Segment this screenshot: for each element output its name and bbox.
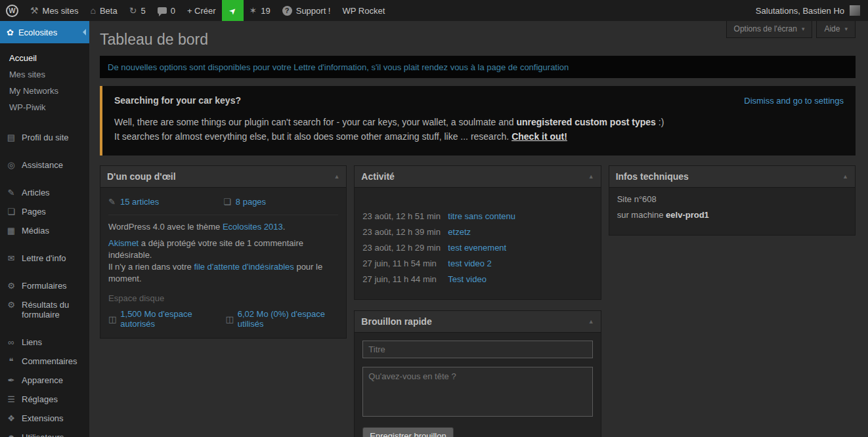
sidebar-item-mes-sites[interactable]: Mes sites <box>0 66 89 83</box>
activity-post-link[interactable]: etzetz <box>448 227 471 237</box>
sidebar-item-accueil[interactable]: Accueil <box>0 50 89 66</box>
sidebar-item-commentaires[interactable]: ❝ Commentaires <box>0 352 89 371</box>
at-a-glance-widget: D'un coup d'œil ▲ ✎ 15 articles ❏ 8 page… <box>100 165 347 339</box>
updates-count: 5 <box>141 6 145 16</box>
sidebar-item-extensions[interactable]: ❖ Extensions <box>0 409 89 428</box>
sidebar-item-wp-piwik[interactable]: WP-Piwik <box>0 99 89 115</box>
wp-rocket-quick-menu[interactable]: ➤ <box>222 0 244 21</box>
widgets-column-3: Infos techniques ▲ Site n°608 sur machin… <box>609 165 856 236</box>
comments-menu[interactable]: 0 <box>152 0 181 21</box>
sidebar-item-utilisateurs[interactable]: ☻ Utilisateurs <box>0 428 89 437</box>
wp-logo-menu[interactable]: W <box>0 0 24 21</box>
comments-count: 0 <box>171 6 175 16</box>
help-button[interactable]: Aide ▾ <box>816 21 856 38</box>
updates-menu[interactable]: ↻ 5 <box>123 0 152 21</box>
tech-info-header[interactable]: Infos techniques ▲ <box>609 166 855 188</box>
comments-icon: ❝ <box>6 356 16 366</box>
activity-header[interactable]: Activité ▲ <box>355 166 600 188</box>
screen-options-button[interactable]: Options de l'écran ▾ <box>726 21 813 38</box>
site-beta-menu[interactable]: ⌂ Beta <box>84 0 123 21</box>
activity-post-link[interactable]: test evenement <box>448 243 506 253</box>
activity-post-link[interactable]: Test video <box>448 274 487 284</box>
activity-widget: Activité ▲ 23 août, 12 h 51 min titre sa… <box>354 165 601 300</box>
save-draft-button[interactable]: Enregistrer brouillon <box>362 427 453 437</box>
collapse-arrow-icon <box>79 29 86 35</box>
wrench-icon: ⚒ <box>30 6 39 15</box>
screen-meta-buttons: Options de l'écran ▾ Aide ▾ <box>726 21 856 38</box>
disk-used-link[interactable]: 6,02 Mo (0%) d'espace utilisés <box>238 309 339 329</box>
sidebar-item-resultats-formulaire[interactable]: ⚙ Résultats du formulaire <box>0 295 89 324</box>
links-icon: ∞ <box>6 337 16 347</box>
sidebar-item-pages[interactable]: ❏ Pages <box>0 202 89 221</box>
site-switcher[interactable]: ✿ Ecolosites <box>0 21 89 43</box>
burst-count-menu[interactable]: ✶ 19 <box>244 0 276 21</box>
newsletter-notice-link[interactable]: De nouvelles options sont disponibles po… <box>108 62 569 72</box>
sidebar-item-assistance[interactable]: ◎ Assistance <box>0 156 89 175</box>
sidebar-item-liens[interactable]: ∞ Liens <box>0 333 89 352</box>
activity-post-link[interactable]: test video 2 <box>448 259 492 268</box>
my-sites-menu[interactable]: ⚒ Mes sites <box>24 0 84 21</box>
support-menu[interactable]: ? Support ! <box>276 0 337 21</box>
dashboard-submenu: Accueil Mes sites My Networks WP-Piwik <box>0 43 89 119</box>
sidebar-item-medias[interactable]: ▦ Médias <box>0 221 89 240</box>
appearance-icon: ✒ <box>6 375 16 385</box>
tech-info-widget: Infos techniques ▲ Site n°608 sur machin… <box>609 165 856 236</box>
settings-icon: ☰ <box>6 394 16 404</box>
users-icon: ☻ <box>6 432 16 437</box>
dismiss-settings-link[interactable]: Dismiss and go to settings <box>744 96 844 106</box>
sidebar-item-formulaires[interactable]: ⚙ Formulaires <box>0 276 89 295</box>
newsletter-notice: De nouvelles options sont disponibles po… <box>100 56 856 78</box>
draft-content-textarea[interactable] <box>362 367 592 417</box>
burst-count: 19 <box>261 6 270 16</box>
draft-title-input[interactable] <box>362 341 592 358</box>
notice-body: Well, there are some things our plugin c… <box>114 115 844 144</box>
spam-queue-link[interactable]: file d'attente d'indésirables <box>194 262 293 272</box>
admin-bar: W ⚒ Mes sites ⌂ Beta ↻ 5 0 + Créer ➤ ✶ 1… <box>0 0 868 21</box>
site-switcher-label: Ecolosites <box>18 28 57 37</box>
quick-draft-widget: Brouillon rapide ▲ Enregistrer brouillon <box>354 310 601 437</box>
forms-icon: ⚙ <box>6 281 16 291</box>
updates-icon: ↻ <box>129 6 137 15</box>
sidebar-item-apparence[interactable]: ✒ Apparence <box>0 371 89 390</box>
wp-rocket-menu[interactable]: WP Rocket <box>336 0 391 21</box>
collapse-toggle-icon[interactable]: ▲ <box>588 318 594 325</box>
check-it-out-link[interactable]: Check it out! <box>511 131 567 142</box>
collapse-toggle-icon[interactable]: ▲ <box>334 173 339 180</box>
theme-link[interactable]: Ecolosites 2013 <box>223 222 283 232</box>
activity-row: 23 août, 12 h 39 min etzetz <box>362 227 592 237</box>
sidebar-item-my-networks[interactable]: My Networks <box>0 83 89 99</box>
disk-allowed-link[interactable]: 1,500 Mo d'espace autorisés <box>120 309 215 329</box>
notice-title: Searching for your car keys? <box>114 95 241 106</box>
wordpress-logo-icon: W <box>6 5 18 17</box>
plugins-icon: ❖ <box>6 413 16 423</box>
quick-draft-body: Enregistrer brouillon <box>355 333 600 437</box>
sidebar-item-articles[interactable]: ✎ Articles <box>0 183 89 202</box>
collapse-toggle-icon[interactable]: ▲ <box>588 173 594 180</box>
akismet-link[interactable]: Akismet <box>108 238 139 248</box>
at-a-glance-header[interactable]: D'un coup d'œil ▲ <box>100 166 346 188</box>
home-icon: ⌂ <box>90 6 95 15</box>
machine-line: sur machine eelv-prod1 <box>617 210 847 220</box>
pages-count: ❏ 8 pages <box>223 197 338 207</box>
sidebar-item-profil-du-site[interactable]: ▤ Profil du site <box>0 128 89 147</box>
account-menu[interactable]: Salutations, Bastien Ho <box>748 0 868 21</box>
activity-row: 23 août, 12 h 51 min titre sans contenu <box>362 211 592 221</box>
sidebar-item-reglages[interactable]: ☰ Réglages <box>0 390 89 409</box>
activity-post-link[interactable]: titre sans contenu <box>448 211 515 221</box>
collapse-toggle-icon[interactable]: ▲ <box>842 173 848 180</box>
disk-icon: ◫ <box>225 314 233 324</box>
new-content-menu[interactable]: + Créer <box>181 0 222 21</box>
dashboard-content: Options de l'écran ▾ Aide ▾ Tableau de b… <box>89 21 868 437</box>
activity-row: 23 août, 12 h 29 min test evenement <box>362 243 592 253</box>
quick-draft-header[interactable]: Brouillon rapide ▲ <box>355 311 600 333</box>
rocket-icon: ➤ <box>227 5 238 16</box>
search-plugin-notice: Searching for your car keys? Dismiss and… <box>100 86 856 156</box>
sidebar-item-lettre-dinfo[interactable]: ✉ Lettre d'info <box>0 249 89 268</box>
pages-icon: ❏ <box>223 197 231 207</box>
posts-count-link[interactable]: 15 articles <box>120 197 159 207</box>
widgets-column-2: Activité ▲ 23 août, 12 h 51 min titre sa… <box>354 165 601 437</box>
avatar <box>850 5 860 16</box>
disk-used: ◫ 6,02 Mo (0%) d'espace utilisés <box>225 309 338 329</box>
pages-count-link[interactable]: 8 pages <box>236 197 266 207</box>
activity-row: 27 juin, 11 h 54 min test video 2 <box>362 259 592 268</box>
